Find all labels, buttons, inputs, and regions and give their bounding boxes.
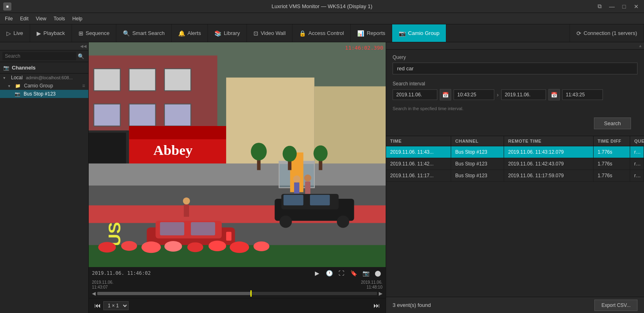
fullscreen-button[interactable]: ⛶ xyxy=(337,269,346,278)
svg-point-27 xyxy=(283,146,297,162)
video-bottom-bar: ⏮ 1 × 1 ⏭ xyxy=(89,298,386,313)
tab-library[interactable]: 📚 Library xyxy=(208,24,247,42)
svg-rect-9 xyxy=(164,104,191,126)
record-button[interactable]: ⬤ xyxy=(373,269,382,278)
sidebar: ◀◀ 🔍 📷 Channels ▾ Local admin@localhost:… xyxy=(0,42,89,313)
tab-connection[interactable]: ⟳ Connection (1 servers) xyxy=(570,24,644,42)
expand-arrow-local: ▾ xyxy=(3,76,5,80)
query-label: Query xyxy=(393,54,637,60)
time-start-input[interactable] xyxy=(454,89,494,100)
tab-playback[interactable]: ▶ Playback xyxy=(30,24,72,42)
navbar: ▷ Live ▶ Playback ⊞ Sequence 🔍 Smart Sea… xyxy=(0,24,644,42)
tab-sequence[interactable]: ⊞ Sequence xyxy=(72,24,117,42)
search-icon[interactable]: 🔍 xyxy=(76,52,86,60)
tab-reports[interactable]: 📊 Reports xyxy=(351,24,392,42)
window-title: Luxriot VMS Monitor — WKS14 (Display 1) xyxy=(272,3,373,9)
menu-tools[interactable]: Tools xyxy=(50,15,68,22)
events-found: 3 event(s) found xyxy=(393,302,431,308)
tab-camio-group[interactable]: 📷 Camio Group xyxy=(392,24,446,42)
th-query: QUERY xyxy=(630,136,644,146)
menu-view[interactable]: View xyxy=(33,15,50,22)
sidebar-collapse-btn[interactable]: ◀◀ xyxy=(0,42,88,50)
right-panel: ▲ Query Search interval 📅 › 📅 Search in … xyxy=(386,42,644,313)
date-end-input[interactable] xyxy=(501,89,546,100)
export-csv-button[interactable]: Export CSV... xyxy=(594,300,637,311)
cal-end-button[interactable]: 📅 xyxy=(548,89,560,100)
td-channel-2: Bus Stop #123 xyxy=(451,158,504,170)
th-time: TIME xyxy=(386,136,451,146)
svg-rect-5 xyxy=(129,69,155,91)
go-end-button[interactable]: ⏭ xyxy=(371,300,382,311)
timeline-thumb[interactable] xyxy=(251,290,252,297)
tab-video-wall[interactable]: ⊡ Video Wall xyxy=(247,24,293,42)
collapse-icon: ◀◀ xyxy=(80,44,87,48)
tab-alerts[interactable]: 🔔 Alerts xyxy=(172,24,208,42)
table-row[interactable]: 2019.11.06. 11:17... Bus Stop #123 2019.… xyxy=(386,170,644,182)
td-time-diff-2: 1.776s xyxy=(594,158,630,170)
go-start-button[interactable]: ⏮ xyxy=(92,300,103,311)
date-start-input[interactable] xyxy=(393,89,437,100)
tree-options-icon[interactable]: ≡ xyxy=(82,83,85,89)
main-content: ◀◀ 🔍 📷 Channels ▾ Local admin@localhost:… xyxy=(0,42,644,313)
tab-camio-group-label: Camio Group xyxy=(408,30,439,36)
table-header: TIME CHANNEL REMOTE TIME TIME DIFF QUERY xyxy=(386,136,644,146)
timeline-end-label: 2019.11.06. 11:48:10 xyxy=(361,280,382,290)
svg-point-56 xyxy=(304,174,311,181)
status-bar: 3 event(s) found Export CSV... xyxy=(386,297,644,313)
cal-start-button[interactable]: 📅 xyxy=(440,89,451,100)
svg-point-54 xyxy=(293,175,300,182)
titlebar: ■ Luxriot VMS Monitor — WKS14 (Display 1… xyxy=(0,0,644,13)
time-end-input[interactable] xyxy=(562,89,603,100)
timeline-labels: 2019.11.06. 11:43:07 2019.11.06. 11:48:1… xyxy=(92,280,382,290)
connection-icon: ⟳ xyxy=(576,30,581,37)
menu-file[interactable]: File xyxy=(2,15,16,22)
tab-connection-label: Connection (1 servers) xyxy=(584,30,637,36)
app-logo: ■ xyxy=(3,2,11,11)
interval-label: Search interval xyxy=(393,81,637,87)
bookmark-button[interactable]: 🔖 xyxy=(349,269,358,278)
snapshot-button[interactable]: 📷 xyxy=(361,269,370,278)
tree-item-camio-group[interactable]: ▾ 📁 Camio Group ≡ xyxy=(0,82,88,90)
timeline-slider[interactable] xyxy=(97,292,377,295)
svg-point-49 xyxy=(164,241,182,252)
camio-group-icon: 📷 xyxy=(399,30,406,37)
close-button[interactable]: ✕ xyxy=(632,2,641,11)
search-input[interactable] xyxy=(2,52,76,60)
menu-edit[interactable]: Edit xyxy=(17,15,32,22)
table-row[interactable]: 2019.11.06. 11:42... Bus Stop #123 2019.… xyxy=(386,158,644,170)
folder-icon: 📁 xyxy=(15,83,21,89)
timeline-left-arrow[interactable]: ◀ xyxy=(92,291,96,296)
tree-item-local[interactable]: ▾ Local admin@localhost:608... xyxy=(0,74,88,82)
timeline-track: ◀ ▶ xyxy=(92,291,382,296)
tab-smart-search[interactable]: 🔍 Smart Search xyxy=(116,24,171,42)
svg-point-51 xyxy=(209,241,226,251)
restore-button[interactable]: ⧉ xyxy=(595,2,604,11)
tree-item-bus-stop[interactable]: 📷 Bus Stop #123 xyxy=(0,90,88,98)
timeline-right-arrow[interactable]: ▶ xyxy=(379,291,382,296)
svg-rect-59 xyxy=(184,204,189,217)
minimize-button[interactable]: — xyxy=(607,2,616,11)
window-controls: ⧉ — □ ✕ xyxy=(595,2,641,11)
svg-rect-11 xyxy=(89,133,126,168)
play-button[interactable]: ▶ xyxy=(312,269,321,278)
td-channel-3: Bus Stop #123 xyxy=(451,170,504,181)
clock-button[interactable]: 🕐 xyxy=(325,269,334,278)
tab-playback-label: Playback xyxy=(44,30,65,36)
query-input[interactable] xyxy=(393,63,637,74)
menu-help[interactable]: Help xyxy=(69,15,86,22)
svg-point-25 xyxy=(251,143,267,160)
td-time-1: 2019.11.06. 11:43... xyxy=(386,146,451,158)
query-section: Query xyxy=(386,50,644,78)
svg-rect-38 xyxy=(226,232,231,241)
svg-point-43 xyxy=(279,215,292,228)
layout-select[interactable]: 1 × 1 xyxy=(103,301,129,310)
maximize-button[interactable]: □ xyxy=(620,2,629,11)
table-row[interactable]: 2019.11.06. 11:43... Bus Stop #123 2019.… xyxy=(386,146,644,158)
svg-point-58 xyxy=(183,198,190,204)
search-button[interactable]: Search xyxy=(594,117,631,129)
td-time-diff-1: 1.776s xyxy=(594,146,630,158)
tab-live[interactable]: ▷ Live xyxy=(0,24,30,42)
video-controls-bar: 2019.11.06. 11:46:02 ▶ 🕐 ⛶ 🔖 📷 ⬤ xyxy=(89,267,386,279)
video-frame: Abbey BUS xyxy=(89,42,386,267)
tab-access-control[interactable]: 🔒 Access Control xyxy=(293,24,351,42)
